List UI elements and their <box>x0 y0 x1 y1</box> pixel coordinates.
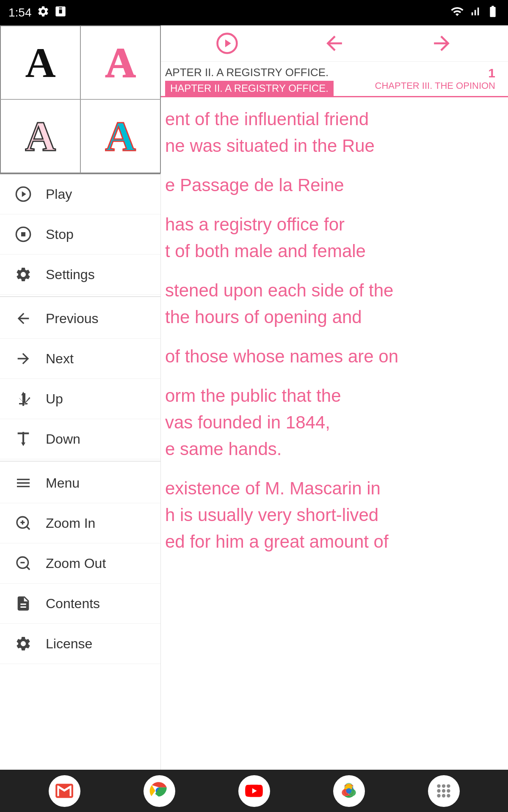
svg-point-29 <box>437 784 440 787</box>
up-icon <box>13 388 34 409</box>
menu-item-down-label: Down <box>46 431 80 447</box>
menu-item-down[interactable]: Down <box>0 419 160 459</box>
menu-item-previous[interactable]: Previous <box>0 299 160 339</box>
contents-icon <box>13 593 34 614</box>
svg-point-28 <box>346 788 352 794</box>
svg-line-16 <box>27 567 30 570</box>
gmail-app-icon[interactable] <box>49 775 80 807</box>
font-option-black[interactable]: A <box>0 25 80 99</box>
simcard-status-icon <box>55 5 66 20</box>
stop-icon <box>13 224 34 245</box>
menu-item-zoom-in[interactable]: Zoom In <box>0 503 160 543</box>
font-option-cyan-red[interactable]: A <box>80 99 161 173</box>
book-paragraph-1: ent of the influential friendne was situ… <box>165 106 495 159</box>
chapter-next-label: CHAPTER III. THE OPINION <box>375 80 495 91</box>
menu-item-contents[interactable]: Contents <box>0 584 160 624</box>
font-grid: A A A A <box>0 25 160 174</box>
svg-point-31 <box>447 784 450 787</box>
status-time: 1:54 <box>8 6 32 19</box>
book-paragraph-2: e Passage de la Reine <box>165 172 495 198</box>
svg-point-34 <box>447 789 450 793</box>
svg-point-36 <box>442 794 445 797</box>
menu-item-zoom-in-label: Zoom In <box>46 516 95 531</box>
svg-point-37 <box>447 794 450 797</box>
status-bar-left: 1:54 <box>8 5 66 20</box>
svg-line-12 <box>27 527 30 529</box>
zoom-in-icon <box>13 513 34 534</box>
chapter-nav: APTER II. A REGISTRY OFFICE. HAPTER II. … <box>161 62 508 97</box>
divider-2 <box>0 461 160 461</box>
apps-app-icon[interactable] <box>428 775 460 807</box>
menu-item-up[interactable]: Up <box>0 379 160 419</box>
zoom-out-icon <box>13 553 34 574</box>
svg-marker-9 <box>21 442 25 446</box>
settings-icon <box>13 264 34 285</box>
status-bar-right <box>450 5 500 21</box>
book-paragraph-7: existence of M. Mascarin inh is usually … <box>165 475 495 555</box>
back-nav-button[interactable] <box>323 32 346 55</box>
wifi-icon <box>450 5 464 21</box>
svg-point-32 <box>437 789 440 793</box>
chapter-nav-left: APTER II. A REGISTRY OFFICE. HAPTER II. … <box>165 66 334 96</box>
menu-icon <box>13 472 34 494</box>
book-paragraph-5: of those whose names are on <box>165 343 495 370</box>
top-nav <box>161 25 508 62</box>
chapter-title-current: APTER II. A REGISTRY OFFICE. <box>165 66 334 79</box>
svg-point-33 <box>442 789 445 793</box>
menu-item-previous-label: Previous <box>46 311 99 326</box>
play-nav-button[interactable] <box>215 32 239 55</box>
menu-item-menu[interactable]: Menu <box>0 463 160 503</box>
menu-item-zoom-out[interactable]: Zoom Out <box>0 543 160 584</box>
book-text: ent of the influential friendne was situ… <box>161 97 508 770</box>
svg-point-30 <box>442 784 445 787</box>
svg-marker-19 <box>225 39 231 47</box>
menu-item-menu-label: Menu <box>46 475 80 491</box>
book-paragraph-4: stened upon each side of thethe hours of… <box>165 277 495 330</box>
menu-item-zoom-out-label: Zoom Out <box>46 556 106 571</box>
signal-icon <box>469 5 481 20</box>
play-icon <box>13 184 34 205</box>
menu-item-next-label: Next <box>46 351 74 367</box>
menu-item-up-label: Up <box>46 391 63 407</box>
menu-item-play[interactable]: Play <box>0 174 160 214</box>
main-layout: A A A A Play <box>0 25 508 770</box>
down-icon <box>13 428 34 450</box>
menu-item-stop[interactable]: Stop <box>0 214 160 255</box>
license-icon <box>13 633 34 654</box>
divider-1 <box>0 296 160 297</box>
chrome-app-icon[interactable] <box>144 775 175 807</box>
battery-icon <box>486 5 500 21</box>
menu-item-play-label: Play <box>46 187 72 202</box>
menu-item-settings-label: Settings <box>46 267 95 283</box>
svg-marker-1 <box>22 191 26 197</box>
font-option-pink[interactable]: A <box>80 25 161 99</box>
photos-app-icon[interactable] <box>333 775 365 807</box>
previous-icon <box>13 308 34 329</box>
menu-item-settings[interactable]: Settings <box>0 255 160 295</box>
menu-item-license-label: License <box>46 636 92 652</box>
font-option-outline[interactable]: A <box>0 99 80 173</box>
menu-item-stop-label: Stop <box>46 227 74 242</box>
bottom-nav <box>0 770 508 812</box>
svg-point-35 <box>437 794 440 797</box>
book-paragraph-6: orm the public that thevas founded in 18… <box>165 382 495 462</box>
page-number: 1 <box>488 66 495 80</box>
menu-item-next[interactable]: Next <box>0 339 160 379</box>
book-paragraph-3: has a registry office fort of both male … <box>165 211 495 264</box>
menu-item-license[interactable]: License <box>0 624 160 664</box>
youtube-app-icon[interactable] <box>238 775 270 807</box>
sidebar: A A A A Play <box>0 25 161 770</box>
next-icon <box>13 348 34 369</box>
menu-item-contents-label: Contents <box>46 596 100 612</box>
forward-nav-button[interactable] <box>430 32 453 55</box>
status-bar: 1:54 <box>0 0 508 25</box>
chapter-tab[interactable]: HAPTER II. A REGISTRY OFFICE. <box>165 81 334 96</box>
svg-rect-3 <box>21 232 25 236</box>
settings-status-icon <box>37 5 50 20</box>
chapter-nav-right: 1 CHAPTER III. THE OPINION <box>375 66 495 91</box>
content-area: APTER II. A REGISTRY OFFICE. HAPTER II. … <box>161 25 508 770</box>
menu-items: Play Stop Settings <box>0 174 160 770</box>
